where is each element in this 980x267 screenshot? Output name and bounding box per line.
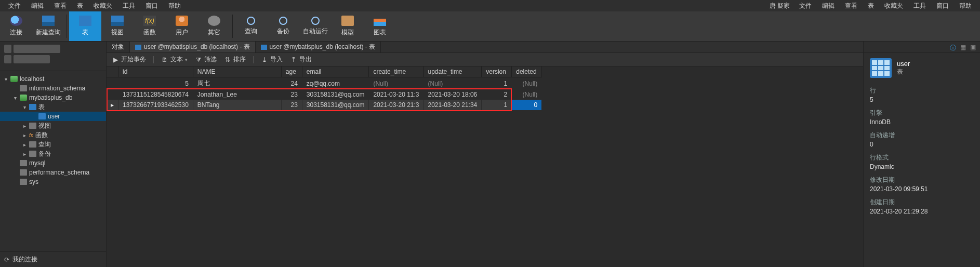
tree-item-icon [20, 169, 27, 176]
cell[interactable]: 1 [482, 77, 512, 90]
my-connections[interactable]: ⟳ 我的连接 [0, 251, 106, 267]
cell[interactable]: 1373266771933462530 [118, 100, 193, 110]
cell[interactable]: Jonathan_Lee [193, 89, 281, 100]
ribbon-table[interactable]: 表 [69, 11, 101, 41]
ribbon-view[interactable]: 视图 [101, 11, 134, 41]
toolbar-filter[interactable]: ⧩筛选 [195, 55, 217, 64]
meta-key: 引擎 [870, 109, 974, 117]
menu-工具[interactable]: 工具 [117, 1, 140, 11]
tab-2[interactable]: user @mybatisplus_db (localhost) - 表 [256, 42, 381, 52]
toolbar-sort[interactable]: ⇅排序 [224, 55, 246, 64]
panel-icon-b[interactable]: ▣ [970, 44, 976, 50]
menu-窗口[interactable]: 窗口 [931, 1, 954, 11]
twisty-icon[interactable]: ▸ [22, 151, 27, 157]
menu-收藏夹[interactable]: 收藏夹 [879, 1, 908, 11]
menu-帮助[interactable]: 帮助 [954, 1, 977, 11]
tab-0[interactable]: 对象 [107, 42, 130, 52]
col-update_time[interactable]: update_time [423, 66, 482, 77]
twisty-icon[interactable]: ▸ [22, 142, 27, 148]
col-id[interactable]: id [118, 66, 193, 77]
ribbon-user[interactable]: 用户 [166, 11, 198, 41]
menu-表[interactable]: 表 [72, 1, 88, 11]
twisty-icon[interactable]: ▸ [22, 132, 27, 138]
ribbon-connect[interactable]: 连接 [0, 11, 32, 41]
cell[interactable]: 2021-03-20 21:3 [369, 100, 423, 110]
cell[interactable]: 303158131@qq.com [302, 100, 369, 110]
tables-folder[interactable]: ▾表 [0, 102, 106, 112]
ribbon-other[interactable]: 其它 [198, 11, 230, 41]
cell[interactable]: (Null) [512, 89, 542, 100]
connection-tree[interactable]: ▾localhostinformation_schema▾mybatisplus… [0, 71, 106, 251]
cell[interactable]: 2 [482, 89, 512, 100]
menu-帮助[interactable]: 帮助 [163, 1, 186, 11]
toolbar-begintx[interactable]: ▶开始事务 [112, 55, 146, 64]
cell[interactable]: (Null) [512, 77, 542, 90]
toolbar-textmode[interactable]: 🗎文本 [161, 55, 188, 64]
cell[interactable]: 2021-03-20 11:3 [369, 89, 423, 100]
ribbon-model[interactable]: 模型 [332, 11, 364, 41]
cell[interactable]: 24 [281, 77, 302, 90]
ribbon-backup[interactable]: 备份 [267, 11, 299, 41]
menu-编辑[interactable]: 编辑 [26, 1, 49, 11]
menu-窗口[interactable]: 窗口 [140, 1, 163, 11]
cell[interactable]: 5 [118, 77, 193, 90]
ribbon-charts[interactable]: 图表 [364, 11, 396, 41]
col-email[interactable]: email [302, 66, 369, 77]
cell[interactable]: 1 [482, 100, 512, 110]
menu-收藏夹[interactable]: 收藏夹 [88, 1, 117, 11]
menu-查看[interactable]: 查看 [840, 1, 863, 11]
toolbar-export[interactable]: ⤒导出 [290, 55, 312, 64]
menu-编辑[interactable]: 编辑 [817, 1, 840, 11]
ribbon-newquery[interactable]: 新建查询 [32, 11, 64, 41]
col-create_time[interactable]: create_time [369, 66, 423, 77]
db-mysql[interactable]: mysql [0, 158, 106, 168]
table-row[interactable]: ▸1373266771933462530BNTang23303158131@qq… [107, 100, 542, 110]
data-grid[interactable]: idNAMEageemailcreate_timeupdate_timevers… [107, 66, 542, 110]
cell[interactable]: 2021-03-20 21:34 [423, 100, 482, 110]
ribbon-func[interactable]: f(x)函数 [134, 11, 166, 41]
ribbon-autorun[interactable]: 自动运行 [299, 11, 332, 41]
twisty-icon[interactable]: ▾ [3, 76, 8, 82]
views-folder[interactable]: ▸视图 [0, 121, 106, 130]
db-sys[interactable]: sys [0, 177, 106, 186]
cell[interactable]: 1373115128545820674 [118, 89, 193, 100]
col-version[interactable]: version [482, 66, 512, 77]
cell[interactable]: 23 [281, 89, 302, 100]
panel-icon-a[interactable]: ▦ [960, 44, 966, 50]
menu-查看[interactable]: 查看 [49, 1, 72, 11]
col-NAME[interactable]: NAME [193, 66, 281, 77]
cell[interactable]: (Null) [423, 77, 482, 90]
cell[interactable]: 2021-03-20 18:06 [423, 89, 482, 100]
ribbon-query[interactable]: 查询 [235, 11, 267, 41]
table-row[interactable]: 1373115128545820674Jonathan_Lee233031581… [107, 89, 542, 100]
db-mybatisplus[interactable]: ▾mybatisplus_db [0, 93, 106, 102]
table-row[interactable]: 5周七24zq@qq.com(Null)(Null)1(Null) [107, 77, 542, 90]
cell[interactable]: (Null) [369, 77, 423, 90]
queries-folder[interactable]: ▸查询 [0, 140, 106, 149]
menu-表[interactable]: 表 [863, 1, 879, 11]
cell[interactable]: BNTang [193, 100, 281, 110]
db-perf[interactable]: performance_schema [0, 168, 106, 177]
funcs-folder[interactable]: ▸fx函数 [0, 130, 106, 140]
menu-工具[interactable]: 工具 [908, 1, 931, 11]
twisty-icon[interactable]: ▾ [22, 104, 27, 110]
cell[interactable]: 0 [512, 100, 542, 110]
menu-文件[interactable]: 文件 [3, 1, 26, 11]
info-icon[interactable]: ⓘ [950, 44, 956, 50]
col-age[interactable]: age [281, 66, 302, 77]
cell[interactable]: 303158131@qq.com [302, 89, 369, 100]
cell[interactable]: 周七 [193, 77, 281, 90]
twisty-icon[interactable]: ▸ [22, 123, 27, 129]
conn-localhost[interactable]: ▾localhost [0, 74, 106, 84]
grid-wrap[interactable]: idNAMEageemailcreate_timeupdate_timevers… [107, 66, 863, 267]
table-user[interactable]: user [0, 112, 106, 121]
cell[interactable]: zq@qq.com [302, 77, 369, 90]
db-information-schema[interactable]: information_schema [0, 84, 106, 93]
col-deleted[interactable]: deleted [512, 66, 542, 77]
tab-1[interactable]: user @mybatisplus_db (localhost) - 表 [130, 42, 256, 52]
toolbar-import[interactable]: ⤓导入 [261, 55, 283, 64]
backup-folder[interactable]: ▸备份 [0, 149, 106, 158]
twisty-icon[interactable]: ▾ [12, 95, 18, 101]
cell[interactable]: 23 [281, 100, 302, 110]
menu-文件[interactable]: 文件 [794, 1, 817, 11]
